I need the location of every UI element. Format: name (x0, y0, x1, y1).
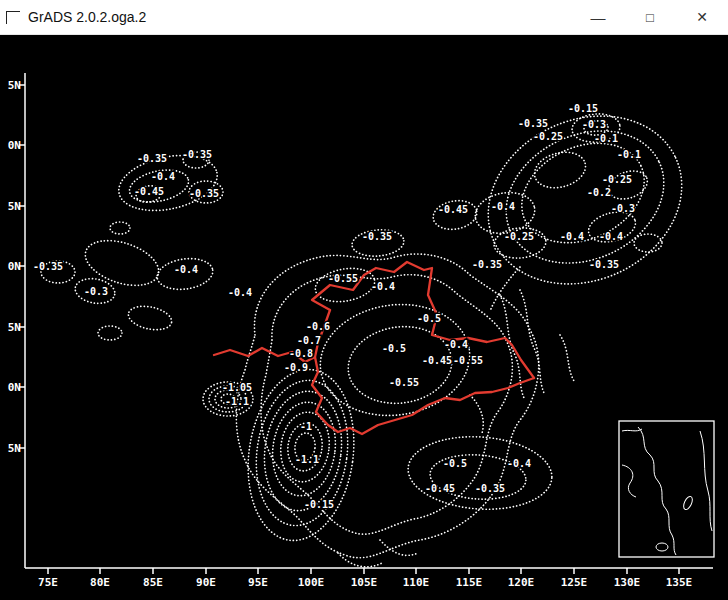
contour-label: -0.5 (382, 343, 406, 354)
x-tick-label: 115E (456, 576, 483, 589)
x-tick-label: 105E (351, 576, 378, 589)
contour-label: -0.9 (284, 362, 308, 373)
contour-label: -0.4 (174, 264, 198, 275)
contour-label: -0.35 (33, 261, 63, 272)
contour-label: -0.45 (134, 186, 164, 197)
x-tick-label: 95E (248, 576, 268, 589)
contour-label: -0.55 (328, 273, 358, 284)
contour-label: -0.15 (568, 103, 598, 114)
contour-label: -1 (300, 421, 312, 432)
contour-label: -0.6 (306, 321, 330, 332)
contour-label: -0.35 (518, 118, 548, 129)
maximize-button[interactable]: □ (624, 0, 676, 35)
contour-label: -0.3 (582, 119, 606, 130)
x-tick-label: 110E (403, 576, 430, 589)
contour-label: -0.35 (137, 153, 167, 164)
y-tick-label: 0N (8, 139, 21, 152)
contour-label: -0.4 (444, 339, 468, 350)
contour-label: -0.35 (472, 259, 502, 270)
x-tick-label: 120E (508, 576, 535, 589)
contour-label: -0.8 (289, 348, 313, 359)
contour-label: -0.4 (228, 287, 252, 298)
window-title: GrADS 2.0.2.oga.2 (28, 9, 572, 25)
contour-label: -1.1 (225, 396, 249, 407)
contour-label: -0.35 (475, 483, 505, 494)
contour-label: -0.45 (425, 483, 455, 494)
minimize-button[interactable]: — (572, 0, 624, 35)
contour-label: -0.55 (453, 355, 483, 366)
inset-map (619, 421, 714, 557)
x-tick-label: 85E (143, 576, 163, 589)
x-tick-label: 90E (196, 576, 216, 589)
contour-label: -0.25 (504, 231, 534, 242)
contour-label: -0.4 (151, 171, 175, 182)
app-icon (6, 11, 20, 24)
grads-window: GrADS 2.0.2.oga.2 — □ ✕ (0, 0, 728, 600)
contour-label: -0.1 (617, 149, 641, 160)
x-tick-label: 135E (666, 576, 693, 589)
contour-label: -1.05 (222, 382, 252, 393)
contour-label: -0.1 (594, 133, 618, 144)
contour-labels-layer: -0.35-0.35-0.4-0.45-0.35-0.35-0.3-0.4-0.… (33, 103, 641, 510)
plot-canvas: 5N0N5N0N5N0N5N75E80E85E90E95E100E105E110… (0, 35, 728, 600)
plot-svg: 5N0N5N0N5N0N5N75E80E85E90E95E100E105E110… (0, 35, 728, 600)
x-tick-label: 125E (561, 576, 588, 589)
contour-label: -0.3 (611, 203, 635, 214)
contour-label: -0.4 (491, 201, 515, 212)
inset-map-frame (619, 421, 714, 557)
contour-label: -1.1 (295, 454, 319, 465)
y-tick-label: 5N (8, 200, 21, 213)
contour-label: -0.4 (371, 281, 395, 292)
contour-label: -0.15 (304, 499, 334, 510)
window-controls: — □ ✕ (572, 0, 728, 35)
contour-label: -0.55 (389, 377, 419, 388)
x-tick-label: 80E (90, 576, 110, 589)
contour-label: -0.5 (417, 313, 441, 324)
y-tick-label: 0N (8, 381, 21, 394)
contour-label: -0.4 (599, 231, 623, 242)
contour-label: -0.7 (297, 335, 321, 346)
contour-label: -0.3 (84, 286, 108, 297)
y-tick-label: 5N (8, 79, 21, 92)
window-titlebar: GrADS 2.0.2.oga.2 — □ ✕ (0, 0, 728, 35)
contour-label: -0.4 (507, 458, 531, 469)
contour-label: -0.35 (189, 188, 219, 199)
contour-label: -0.25 (602, 174, 632, 185)
x-tick-label: 100E (298, 576, 325, 589)
x-tick-label: 75E (38, 576, 58, 589)
river-branch-line (315, 310, 330, 357)
contour-label: -0.25 (533, 131, 563, 142)
contour-label: -0.2 (587, 187, 611, 198)
contour-label: -0.35 (182, 149, 212, 160)
contour-label: -0.5 (443, 458, 467, 469)
contour-label: -0.35 (589, 259, 619, 270)
contour-label: -0.4 (560, 231, 584, 242)
y-tick-label: 5N (8, 442, 21, 455)
contour-label: -0.45 (422, 355, 452, 366)
close-button[interactable]: ✕ (676, 0, 728, 35)
y-tick-label: 5N (8, 321, 21, 334)
contour-label: -0.35 (362, 231, 392, 242)
y-tick-label: 0N (8, 260, 21, 273)
contour-label: -0.45 (438, 204, 468, 215)
x-tick-label: 130E (614, 576, 641, 589)
axes-layer: 5N0N5N0N5N0N5N75E80E85E90E95E100E105E110… (8, 73, 713, 589)
